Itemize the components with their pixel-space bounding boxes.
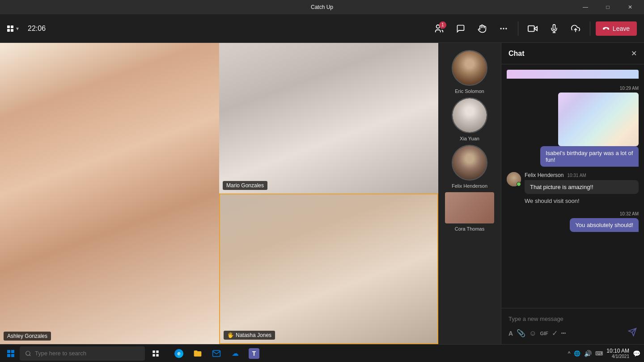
toolbar-right: 1 (430, 20, 637, 38)
svg-point-10 (26, 351, 30, 355)
cora-name: Cora Thomas (455, 226, 484, 232)
divider2 (590, 21, 590, 36)
divider (518, 21, 518, 36)
chat-close-button[interactable]: ✕ (631, 49, 637, 58)
more-options-button[interactable] (495, 20, 513, 38)
msg-bubble-2: You absolutely should! (570, 218, 639, 232)
toolbar-left: ▾ 22:06 (7, 25, 46, 33)
praise-button[interactable]: ✓ (552, 329, 558, 337)
volume-icon[interactable]: 🔊 (584, 350, 592, 357)
leave-label: Leave (613, 25, 630, 32)
video-area: Ashley Gonzales Mario Gonzales 🖐 Natasha… (0, 43, 501, 344)
camera-button[interactable] (524, 20, 542, 38)
explorer-icon (193, 349, 202, 358)
felix-msg-text-1: That picture is amazing!! (525, 180, 639, 194)
taskbar-right: ^ 🌐 🔊 ⌨ 10:10 AM 4/1/2021 💬 (568, 348, 640, 359)
chat-message-input[interactable] (508, 314, 637, 324)
sidebar-participants: Eric Solomon Xia Yuan Felix Henderson Co… (438, 43, 501, 344)
felix-chat-avatar (507, 172, 521, 186)
eric-avatar (452, 50, 487, 86)
felix-msg-text-2: We should visit soon! (525, 196, 639, 206)
svg-rect-12 (153, 350, 155, 353)
msg-time-1: 10:29 AM (620, 86, 639, 91)
title-bar: Catch Up — □ ✕ (0, 0, 644, 14)
close-button[interactable]: ✕ (620, 0, 640, 14)
felix-msg-time: 10:31 AM (567, 173, 586, 178)
gif-button[interactable]: GIF (540, 331, 548, 336)
network-icon[interactable]: 🌐 (574, 350, 580, 357)
msg-group-right-1: 10:29 AM Isabel's birthday party was a l… (507, 86, 639, 167)
taskbar-search[interactable] (20, 346, 145, 361)
raise-hand-button[interactable] (473, 20, 491, 38)
msg-time-2: 10:32 AM (620, 211, 639, 216)
participant-felix[interactable]: Felix Henderson (442, 145, 497, 189)
xia-avatar (452, 97, 487, 133)
onedrive-icon: ☁ (231, 349, 240, 358)
dropdown-arrow: ▾ (16, 25, 19, 32)
video-cell-mario: Mario Gonzales (219, 43, 438, 194)
felix-avatar-img (453, 146, 487, 180)
battery-icon[interactable]: ⌨ (595, 350, 603, 357)
shared-birthday-image (558, 93, 639, 146)
onedrive-app[interactable]: ☁ (226, 345, 244, 362)
eric-avatar-img (453, 51, 487, 85)
cora-video (445, 192, 494, 223)
hand-emoji: 🖐 (227, 332, 234, 338)
edge-icon: e (174, 349, 183, 358)
windows-logo (7, 350, 14, 357)
xia-avatar-img (453, 98, 487, 132)
start-button[interactable] (4, 346, 18, 361)
participant-eric[interactable]: Eric Solomon (442, 50, 497, 94)
participants-button[interactable]: 1 (430, 20, 448, 38)
ashley-video-feed (0, 43, 219, 344)
svg-rect-4 (528, 25, 534, 31)
svg-point-3 (505, 28, 507, 29)
msg-group-right-2: 10:32 AM You absolutely should! (507, 211, 639, 232)
felix-msg-meta: Felix Henderson 10:31 AM (525, 172, 639, 178)
taskbar-time: 10:10 AM (606, 348, 629, 354)
felix-name: Felix Henderson (452, 183, 487, 189)
minimize-button[interactable]: — (575, 0, 596, 14)
chat-panel: Chat ✕ 10:29 AM Isabel's birthday party … (501, 43, 644, 344)
title-bar-controls: — □ ✕ (575, 0, 640, 14)
leave-button[interactable]: Leave (596, 21, 637, 36)
teams-icon: T (249, 348, 259, 359)
attach-button[interactable]: 📎 (517, 329, 525, 337)
format-text-button[interactable]: A (508, 330, 513, 337)
layout-grid-button[interactable]: ▾ (7, 25, 19, 32)
chat-title: Chat (508, 50, 525, 58)
ashley-label: Ashley Gonzales (4, 332, 51, 341)
meeting-time: 22:06 (28, 25, 46, 33)
taskbar: e ☁ (0, 344, 644, 362)
tray-arrow[interactable]: ^ (568, 350, 571, 357)
emoji-button[interactable]: ☺ (529, 329, 536, 337)
svg-rect-13 (156, 350, 158, 353)
online-indicator (517, 182, 521, 186)
share-button[interactable] (567, 20, 585, 38)
participant-xia[interactable]: Xia Yuan (442, 97, 497, 141)
file-explorer-app[interactable] (189, 345, 207, 362)
eric-name: Eric Solomon (455, 88, 484, 94)
taskbar-search-input[interactable] (35, 350, 140, 357)
chat-button[interactable] (452, 20, 470, 38)
task-view-button[interactable] (147, 345, 165, 362)
content-area: Ashley Gonzales Mario Gonzales 🖐 Natasha… (0, 43, 644, 344)
svg-rect-15 (156, 354, 158, 356)
title-bar-title: Catch Up (311, 4, 333, 10)
mail-app[interactable] (208, 345, 225, 362)
maximize-button[interactable]: □ (597, 0, 618, 14)
clock-widget[interactable]: 10:10 AM 4/1/2021 (606, 348, 629, 359)
svg-line-11 (30, 354, 31, 356)
chat-messages: 10:29 AM Isabel's birthday party was a l… (501, 64, 644, 308)
more-chat-options[interactable]: ••• (561, 331, 566, 336)
notification-button[interactable]: 💬 (633, 350, 640, 357)
teams-app[interactable]: T (245, 345, 263, 362)
felix-msg-content: Felix Henderson 10:31 AM That picture is… (525, 172, 639, 206)
microphone-button[interactable] (545, 20, 563, 38)
mario-video-feed (219, 43, 438, 194)
participant-cora[interactable]: Cora Thomas (442, 192, 497, 232)
chat-header: Chat ✕ (501, 43, 644, 64)
toolbar: ▾ 22:06 1 (0, 14, 644, 43)
edge-app[interactable]: e (170, 345, 188, 362)
send-button[interactable] (628, 328, 637, 339)
